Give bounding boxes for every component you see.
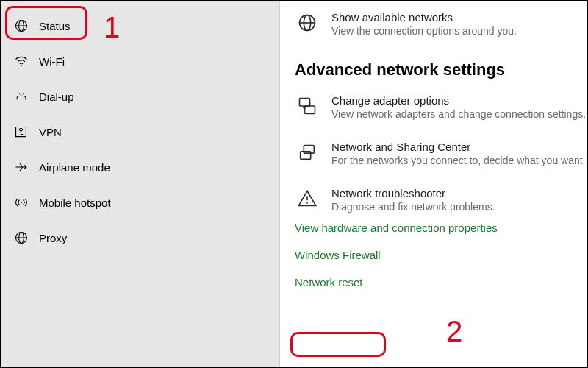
proxy-icon bbox=[14, 230, 29, 245]
sidebar-item-hotspot[interactable]: Mobile hotspot bbox=[1, 185, 279, 220]
hotspot-icon bbox=[14, 195, 29, 210]
show-available-networks[interactable]: Show available networks View the connect… bbox=[280, 7, 587, 41]
wifi-icon bbox=[14, 54, 29, 68]
link-windows-firewall[interactable]: Windows Firewall bbox=[280, 244, 587, 266]
svg-rect-14 bbox=[300, 99, 310, 107]
adapter-icon bbox=[295, 94, 320, 120]
row-desc: Diagnose and fix network problems. bbox=[331, 201, 587, 213]
sidebar-item-label: Dial-up bbox=[39, 91, 74, 103]
svg-point-6 bbox=[23, 93, 24, 94]
svg-point-4 bbox=[19, 93, 20, 94]
sidebar-item-label: Status bbox=[39, 20, 71, 32]
globe-icon bbox=[14, 18, 29, 33]
change-adapter-options[interactable]: Change adapter options View network adap… bbox=[280, 90, 587, 124]
sharing-center-icon bbox=[295, 141, 320, 166]
annotation-number-2: 2 bbox=[446, 315, 462, 348]
sidebar-item-proxy[interactable]: Proxy bbox=[1, 220, 279, 255]
sidebar-item-label: Proxy bbox=[39, 232, 67, 244]
svg-point-21 bbox=[306, 202, 308, 204]
svg-point-7 bbox=[21, 202, 22, 203]
network-troubleshooter[interactable]: Network troubleshooter Diagnose and fix … bbox=[280, 183, 587, 217]
sidebar: Status Wi-Fi Dial-up ⚿ VPN Airplane mode… bbox=[1, 1, 280, 367]
sidebar-item-wifi[interactable]: Wi-Fi bbox=[1, 43, 279, 79]
link-network-reset[interactable]: Network reset bbox=[280, 272, 587, 293]
row-desc: For the networks you connect to, decide … bbox=[331, 155, 587, 166]
warning-triangle-icon bbox=[295, 187, 320, 213]
row-title: Network troubleshooter bbox=[331, 187, 587, 199]
row-title: Show available networks bbox=[331, 11, 587, 24]
airplane-icon bbox=[14, 160, 29, 174]
link-hardware-properties[interactable]: View hardware and connection properties bbox=[280, 217, 587, 238]
sidebar-item-airplane[interactable]: Airplane mode bbox=[1, 149, 279, 185]
sidebar-item-status[interactable]: Status bbox=[1, 8, 279, 43]
row-title: Network and Sharing Center bbox=[331, 141, 587, 153]
row-desc: View the connection options around you. bbox=[331, 25, 587, 37]
annotation-box-2 bbox=[290, 332, 386, 357]
sidebar-item-label: Wi-Fi bbox=[39, 55, 65, 68]
sidebar-item-label: Airplane mode bbox=[39, 161, 110, 174]
sidebar-item-dialup[interactable]: Dial-up bbox=[1, 79, 279, 114]
sidebar-item-vpn[interactable]: ⚿ VPN bbox=[1, 114, 279, 149]
sidebar-item-label: Mobile hotspot bbox=[39, 197, 111, 209]
network-and-sharing-center[interactable]: Network and Sharing Center For the netwo… bbox=[280, 136, 587, 171]
svg-point-5 bbox=[21, 93, 22, 93]
globe-icon bbox=[295, 11, 320, 37]
main-panel: Show available networks View the connect… bbox=[280, 1, 587, 367]
sidebar-item-label: VPN bbox=[39, 126, 62, 138]
row-desc: View network adapters and change connect… bbox=[331, 108, 587, 120]
section-heading-advanced: Advanced network settings bbox=[280, 41, 587, 90]
row-title: Change adapter options bbox=[331, 94, 587, 107]
vpn-icon: ⚿ bbox=[14, 124, 29, 139]
svg-point-3 bbox=[21, 65, 22, 66]
dialup-icon bbox=[14, 89, 29, 104]
